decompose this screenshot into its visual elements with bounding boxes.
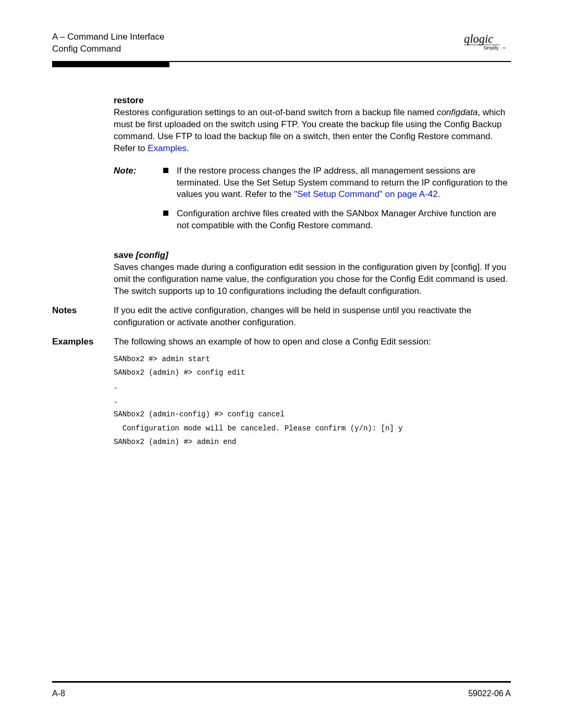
logo-icon: qlogic Simplify ™ bbox=[464, 31, 511, 52]
examples-row: Examples The following shows an example … bbox=[52, 336, 511, 449]
examples-intro: The following shows an example of how to… bbox=[114, 336, 511, 348]
svg-text:™: ™ bbox=[503, 47, 506, 50]
note-label: Note: bbox=[114, 165, 163, 177]
content-area: restore Restores configuration settings … bbox=[52, 95, 511, 449]
restore-block: restore Restores configuration settings … bbox=[52, 95, 511, 298]
page: A – Command Line Interface Config Comman… bbox=[0, 0, 563, 728]
note-item-1: If the restore process changes the IP ad… bbox=[163, 165, 511, 201]
restore-term: restore bbox=[114, 95, 511, 107]
svg-text:Simplify: Simplify bbox=[484, 46, 499, 51]
qlogic-logo: qlogic Simplify ™ bbox=[464, 31, 511, 56]
note-list: If the restore process changes the IP ad… bbox=[163, 165, 511, 232]
header-rule bbox=[52, 61, 511, 74]
header-text: A – Command Line Interface Config Comman… bbox=[52, 31, 164, 55]
notes-label: Notes bbox=[52, 305, 114, 317]
note-item-2: Configuration archive files created with… bbox=[163, 208, 511, 232]
svg-text:qlogic: qlogic bbox=[464, 32, 493, 45]
notes-text: If you edit the active configuration, ch… bbox=[114, 305, 511, 329]
footer-left: A-8 bbox=[52, 688, 65, 699]
examples-label: Examples bbox=[52, 336, 114, 348]
restore-filename: configdata bbox=[437, 107, 478, 117]
examples-link[interactable]: Examples bbox=[148, 143, 187, 153]
page-header: A – Command Line Interface Config Comman… bbox=[52, 31, 511, 56]
page-footer: A-8 59022-06 A bbox=[52, 681, 511, 699]
header-line1: A – Command Line Interface bbox=[52, 31, 164, 43]
save-term-b: [config] bbox=[136, 250, 168, 260]
save-term-a: save bbox=[114, 250, 136, 260]
save-text: Saves changes made during a configuratio… bbox=[114, 262, 511, 298]
note-block: Note: If the restore process changes the… bbox=[114, 165, 511, 240]
notes-row: Notes If you edit the active configurati… bbox=[52, 305, 511, 329]
header-line2: Config Command bbox=[52, 43, 164, 55]
code-block: SANbox2 #> admin start SANbox2 (admin) #… bbox=[114, 352, 511, 449]
footer-right: 59022-06 A bbox=[468, 688, 511, 699]
restore-text: Restores configuration settings to an ou… bbox=[114, 107, 511, 155]
set-setup-link[interactable]: "Set Setup Command" on page A-42 bbox=[294, 189, 438, 199]
